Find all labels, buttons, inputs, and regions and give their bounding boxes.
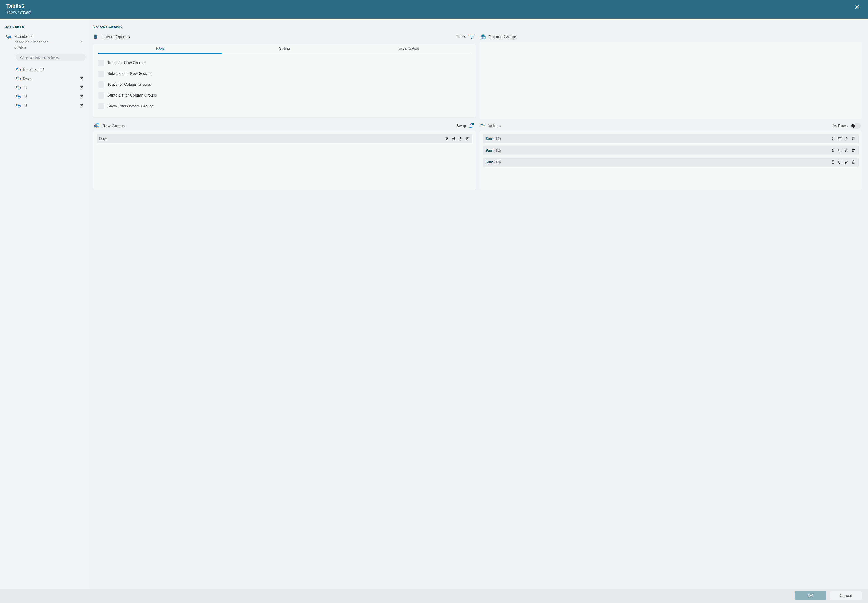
dialog-subtitle: Tablix Wizard	[6, 10, 31, 15]
layout-options-panel: Layout Options Filters Totals Styling Or…	[93, 34, 476, 119]
datasets-sidebar: DATA SETS attendance based on Attendance…	[0, 19, 89, 589]
row-groups-title: Row Groups	[102, 124, 125, 128]
field-label: Days	[23, 77, 77, 81]
wrench-icon[interactable]	[845, 136, 849, 141]
dataset-basedon: based on Attendance	[14, 40, 75, 45]
row-groups-panel: Row Groups Swap Days	[93, 122, 476, 585]
svg-point-5	[16, 77, 18, 78]
check-subtotals-column-groups[interactable]: Subtotals for Column Groups	[98, 90, 471, 101]
swap-label[interactable]: Swap	[456, 124, 466, 128]
checkbox[interactable]	[98, 60, 104, 66]
field-search-input[interactable]	[26, 56, 82, 59]
svg-rect-22	[839, 149, 841, 151]
svg-rect-21	[839, 138, 841, 139]
svg-point-14	[95, 37, 96, 37]
svg-point-0	[6, 35, 9, 36]
layout-options-title: Layout Options	[102, 35, 130, 39]
field-row[interactable]: Days	[16, 74, 86, 83]
field-row[interactable]: T1	[16, 83, 86, 92]
sigma-icon[interactable]	[831, 136, 836, 141]
checkbox[interactable]	[98, 92, 104, 99]
check-totals-row-groups[interactable]: Totals for Row Groups	[98, 57, 471, 68]
dataset-name: attendance	[14, 34, 75, 40]
svg-rect-8	[18, 87, 20, 89]
values-dropzone[interactable]: Sum (T1) Sum (T2)	[480, 131, 862, 190]
wrench-icon[interactable]	[845, 148, 849, 153]
column-groups-icon	[480, 34, 486, 40]
svg-rect-4	[18, 69, 20, 71]
trash-icon[interactable]	[80, 85, 84, 90]
field-row[interactable]: T3	[16, 101, 86, 110]
chevron-up-icon[interactable]	[78, 39, 84, 45]
wrench-icon[interactable]	[845, 160, 849, 164]
presentation-icon[interactable]	[838, 160, 842, 164]
field-row[interactable]: EnrollmentID	[16, 65, 86, 74]
svg-rect-12	[18, 105, 20, 107]
layout-options-icon	[94, 34, 100, 40]
column-groups-panel: Column Groups	[480, 34, 862, 119]
sort-icon[interactable]	[452, 136, 456, 141]
filters-label[interactable]: Filters	[455, 35, 466, 39]
wrench-icon[interactable]	[458, 136, 463, 141]
as-rows-toggle[interactable]	[850, 123, 861, 128]
row-group-item[interactable]: Days	[96, 134, 472, 143]
trash-icon[interactable]	[851, 136, 856, 141]
row-group-item-label: Days	[99, 137, 443, 141]
close-icon[interactable]	[853, 3, 862, 11]
trash-icon[interactable]	[851, 148, 856, 153]
trash-icon[interactable]	[80, 104, 84, 108]
titlebar: Tablix3 Tablix Wizard	[0, 0, 868, 19]
svg-rect-20	[483, 125, 485, 126]
sigma-icon[interactable]	[831, 160, 836, 164]
field-icon	[16, 94, 21, 99]
trash-icon[interactable]	[80, 76, 84, 81]
value-item[interactable]: Sum (T2)	[483, 146, 859, 155]
values-title: Values	[489, 124, 501, 128]
field-row[interactable]: T2	[16, 92, 86, 101]
dialog-footer: OK Cancel	[0, 589, 868, 603]
check-label: Subtotals for Column Groups	[107, 93, 157, 97]
as-rows-label: As Rows	[832, 124, 848, 128]
filter-icon[interactable]	[469, 34, 475, 40]
dataset-fieldcount: 5 fields	[14, 45, 75, 50]
field-icon	[16, 67, 21, 72]
presentation-icon[interactable]	[838, 136, 842, 141]
value-item[interactable]: Sum (T3)	[483, 158, 859, 167]
trash-icon[interactable]	[80, 94, 84, 99]
row-groups-dropzone[interactable]: Days	[93, 131, 476, 190]
check-label: Show Totals before Groups	[107, 104, 154, 108]
checkbox[interactable]	[98, 71, 104, 77]
dataset-row[interactable]: attendance based on Attendance 5 fields	[5, 34, 86, 50]
filter-icon[interactable]	[445, 136, 449, 141]
check-show-totals-before-groups[interactable]: Show Totals before Groups	[98, 101, 471, 112]
field-label: T3	[23, 104, 77, 108]
check-subtotals-row-groups[interactable]: Subtotals for Row Groups	[98, 68, 471, 79]
presentation-icon[interactable]	[838, 148, 842, 153]
trash-icon[interactable]	[465, 136, 470, 141]
field-search[interactable]	[16, 54, 86, 61]
field-icon	[16, 85, 21, 90]
svg-point-9	[16, 95, 18, 96]
svg-point-2	[20, 56, 22, 58]
checkbox[interactable]	[98, 103, 104, 110]
cancel-button[interactable]: Cancel	[830, 591, 862, 600]
trash-icon[interactable]	[851, 160, 856, 164]
check-totals-column-groups[interactable]: Totals for Column Groups	[98, 79, 471, 90]
value-item[interactable]: Sum (T1)	[483, 134, 859, 143]
dialog-title: Tablix3	[6, 3, 31, 9]
tab-styling[interactable]: Styling	[222, 44, 347, 54]
field-icon	[16, 103, 21, 108]
value-item-label: Sum (T1)	[486, 137, 829, 141]
values-icon	[480, 123, 486, 129]
ok-button[interactable]: OK	[795, 591, 826, 600]
values-panel: Values As Rows Sum (T1)	[480, 122, 862, 585]
layout-options-tabs: Totals Styling Organization	[98, 44, 471, 54]
swap-icon[interactable]	[469, 123, 475, 129]
sigma-icon[interactable]	[831, 148, 836, 153]
checkbox[interactable]	[98, 81, 104, 88]
svg-rect-10	[18, 96, 20, 98]
tab-totals[interactable]: Totals	[98, 44, 222, 54]
column-groups-dropzone[interactable]	[480, 42, 862, 119]
check-label: Subtotals for Row Groups	[107, 71, 152, 76]
tab-organization[interactable]: Organization	[347, 44, 471, 54]
